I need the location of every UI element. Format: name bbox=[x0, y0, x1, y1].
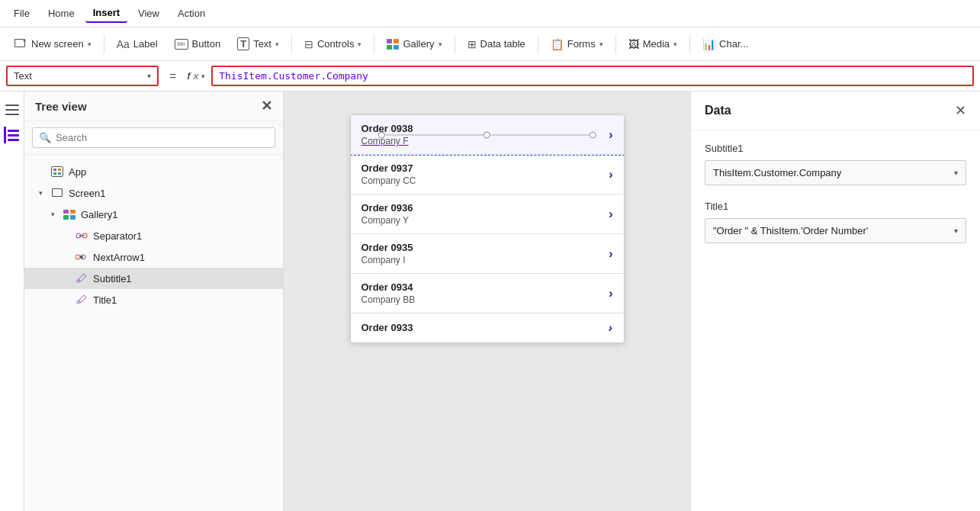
gallery-item-0[interactable]: Order 0938 Company F › bbox=[351, 115, 624, 155]
data-panel-header: Data ✕ bbox=[691, 92, 980, 130]
tree-item-subtitle1[interactable]: Subtitle1 bbox=[24, 268, 283, 289]
new-screen-label: New screen bbox=[31, 38, 84, 50]
search-box: 🔍 bbox=[32, 127, 275, 148]
tree-item-screen1[interactable]: ▾ Screen1 bbox=[24, 182, 283, 204]
svg-rect-4 bbox=[5, 114, 19, 115]
svg-rect-10 bbox=[53, 189, 63, 197]
menu-action[interactable]: Action bbox=[170, 5, 213, 22]
tree-item-separator1[interactable]: Separator1 bbox=[24, 225, 283, 246]
gallery-item-arrow-1: › bbox=[609, 168, 612, 182]
gallery-item-arrow-2: › bbox=[609, 207, 612, 221]
gallery-button[interactable]: Gallery ▾ bbox=[379, 34, 449, 53]
hamburger-menu-button[interactable] bbox=[2, 99, 23, 121]
button-btn-label: Button bbox=[192, 38, 221, 50]
nextarrow1-icon bbox=[75, 250, 88, 264]
svg-rect-3 bbox=[5, 109, 19, 111]
gallery-item-title-5: Order 0933 bbox=[361, 322, 609, 333]
svg-rect-6 bbox=[53, 169, 56, 171]
data-field-subtitle1-chevron-icon: ▾ bbox=[954, 169, 958, 177]
gallery-item-5[interactable]: Order 0933 › bbox=[351, 313, 624, 342]
text-button[interactable]: T Text ▾ bbox=[230, 34, 287, 54]
gallery-item-3[interactable]: Order 0935 Company I › bbox=[351, 234, 624, 274]
data-field-title1-label: Title1 bbox=[705, 201, 966, 212]
treeview-panel: Tree view ✕ 🔍 App ▾ bbox=[24, 92, 284, 511]
menu-view[interactable]: View bbox=[130, 5, 167, 22]
app-icon bbox=[50, 165, 64, 178]
expand-icon-separator1 bbox=[59, 230, 70, 241]
menu-home[interactable]: Home bbox=[40, 5, 82, 22]
gallery-item-subtitle-0: Company F bbox=[361, 136, 609, 146]
tree-item-screen1-label: Screen1 bbox=[69, 188, 105, 199]
new-screen-button[interactable]: + New screen ▾ bbox=[6, 34, 99, 55]
data-panel-content: Subtitle1 ThisItem.Customer.Company ▾ Ti… bbox=[691, 130, 980, 256]
svg-rect-2 bbox=[5, 104, 19, 106]
gallery-item-1[interactable]: Order 0937 Company CC › bbox=[351, 155, 624, 194]
tree-item-app-label: App bbox=[69, 166, 86, 178]
media-btn-label: Media bbox=[643, 38, 670, 50]
treeview-search-area: 🔍 bbox=[24, 121, 283, 155]
expand-icon-nextarrow1 bbox=[59, 252, 70, 262]
gallery-item-text-4: Order 0934 Company BB bbox=[361, 281, 609, 305]
toolbar-separator-2 bbox=[291, 35, 292, 53]
toolbar-separator-4 bbox=[455, 35, 455, 53]
fx-button[interactable]: f x ▾ bbox=[187, 70, 205, 82]
data-field-subtitle1-value: ThisItem.Customer.Company bbox=[713, 167, 841, 178]
data-field-title1-select[interactable]: "Order " & ThisItem.'Order Number' ▾ bbox=[705, 218, 966, 243]
app-preview: Order 0938 Company F › bbox=[350, 114, 625, 343]
data-table-button[interactable]: ⊞ Data table bbox=[460, 34, 533, 54]
gallery-item-subtitle-2: Company Y bbox=[361, 215, 609, 226]
text-btn-label: Text bbox=[253, 38, 272, 50]
tree-item-title1-label: Title1 bbox=[93, 294, 117, 306]
gallery-item-4[interactable]: Order 0934 Company BB › bbox=[351, 274, 624, 313]
property-selector[interactable]: Text ▾ bbox=[6, 66, 159, 86]
treeview-close-button[interactable]: ✕ bbox=[261, 99, 272, 113]
data-panel-title: Data bbox=[705, 104, 731, 117]
search-input[interactable] bbox=[56, 132, 268, 143]
gallery-chevron-icon: ▾ bbox=[439, 40, 442, 48]
toolbar-separator-7 bbox=[689, 35, 690, 53]
layers-icon[interactable] bbox=[4, 127, 21, 143]
button-button[interactable]: btn Button bbox=[167, 34, 229, 53]
gallery-item-2[interactable]: Order 0936 Company Y › bbox=[351, 194, 624, 234]
svg-rect-7 bbox=[58, 169, 61, 171]
svg-rect-18 bbox=[77, 301, 79, 304]
equals-sign: = bbox=[165, 69, 181, 83]
svg-rect-5 bbox=[52, 167, 63, 177]
gallery-list: Order 0938 Company F › bbox=[351, 115, 624, 342]
gallery-icon bbox=[387, 39, 399, 50]
tree-item-nextarrow1-label: NextArrow1 bbox=[93, 252, 145, 263]
menu-file[interactable]: File bbox=[6, 5, 37, 22]
data-panel-close-button[interactable]: ✕ bbox=[955, 102, 966, 119]
text-chevron-icon: ▾ bbox=[275, 40, 279, 48]
svg-rect-9 bbox=[58, 172, 61, 175]
charts-button[interactable]: 📊 Char... bbox=[695, 34, 756, 54]
tree-item-title1[interactable]: Title1 bbox=[24, 289, 283, 310]
data-panel: Data ✕ Subtitle1 ThisItem.Customer.Compa… bbox=[690, 92, 980, 511]
treeview-content: App ▾ Screen1 ▾ bbox=[24, 155, 283, 511]
controls-icon: ⊟ bbox=[304, 38, 313, 50]
tree-item-gallery1[interactable]: ▾ Gallery1 bbox=[24, 204, 283, 225]
gallery-item-text-1: Order 0937 Company CC bbox=[361, 162, 609, 186]
tree-item-app[interactable]: App bbox=[24, 161, 283, 182]
data-field-title1-value: "Order " & ThisItem.'Order Number' bbox=[713, 225, 868, 236]
formula-input[interactable] bbox=[211, 66, 974, 86]
media-button[interactable]: 🖼 Media ▾ bbox=[621, 34, 685, 54]
tree-item-nextarrow1[interactable]: NextArrow1 bbox=[24, 246, 283, 268]
tree-item-subtitle1-label: Subtitle1 bbox=[93, 273, 132, 284]
forms-button[interactable]: 📋 Forms ▾ bbox=[543, 34, 611, 54]
toolbar-separator-6 bbox=[615, 35, 616, 53]
datatable-icon: ⊞ bbox=[468, 38, 477, 50]
fx-icon: f bbox=[187, 70, 190, 82]
controls-button[interactable]: ⊟ Controls ▾ bbox=[297, 34, 369, 54]
menu-insert[interactable]: Insert bbox=[85, 4, 127, 23]
expand-icon-app bbox=[35, 166, 46, 177]
expand-icon-screen1: ▾ bbox=[35, 188, 46, 198]
fx-x: x bbox=[194, 70, 199, 82]
menubar: File Home Insert View Action bbox=[0, 0, 980, 27]
gallery-item-title-3: Order 0935 bbox=[361, 242, 609, 253]
gallery-item-subtitle-4: Company BB bbox=[361, 294, 609, 305]
data-field-subtitle1-select[interactable]: ThisItem.Customer.Company ▾ bbox=[705, 160, 966, 185]
gallery-item-text-3: Order 0935 Company I bbox=[361, 242, 609, 265]
svg-text:+: + bbox=[23, 39, 26, 43]
label-button[interactable]: Aa Label bbox=[109, 34, 165, 54]
